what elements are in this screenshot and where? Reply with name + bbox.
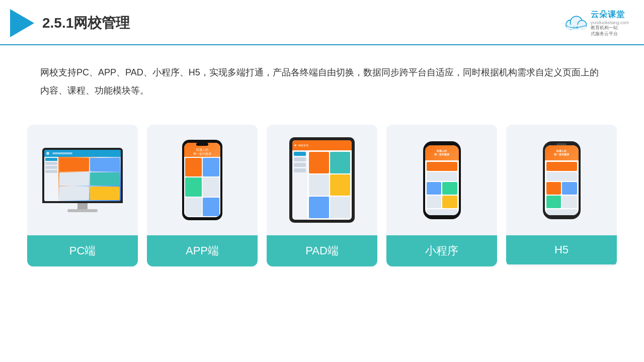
phone-cell-2 bbox=[203, 158, 219, 176]
tablet-cell bbox=[330, 197, 350, 218]
card-pad-label: PAD端 bbox=[267, 235, 377, 266]
tablet-sidebar-item bbox=[294, 152, 306, 156]
miniapp-body bbox=[425, 160, 459, 215]
h5-cell bbox=[562, 196, 577, 208]
card-app-label: APP端 bbox=[147, 235, 258, 266]
card-pad-image: 网校管理 bbox=[267, 125, 377, 235]
svg-text:云朵: 云朵 bbox=[573, 26, 579, 29]
phone-body bbox=[184, 157, 220, 217]
miniapp-cell bbox=[427, 182, 442, 195]
cloud-icon: 云朵 bbox=[564, 14, 588, 32]
card-h5-image: 职通人的第一堂判题课 bbox=[506, 125, 617, 235]
phone-cell-5 bbox=[185, 198, 202, 216]
page-title: 2.5.1网校管理 bbox=[42, 14, 130, 33]
h5-row bbox=[546, 209, 577, 215]
phone-cell-3 bbox=[185, 177, 202, 196]
app-mockup: 职通人的第一堂判题课 bbox=[182, 140, 222, 220]
card-pad: 网校管理 bbox=[267, 125, 377, 266]
card-miniapp-label: 小程序 bbox=[386, 235, 497, 266]
tablet-cell bbox=[330, 174, 350, 196]
h5-row bbox=[546, 172, 577, 181]
header: 2.5.1网校管理 云朵 云朵课堂 yunduoketang.com 教育机构一… bbox=[0, 0, 644, 45]
miniapp-cell bbox=[427, 196, 442, 208]
tablet-content bbox=[307, 150, 352, 220]
card-pc-label: PC端 bbox=[27, 235, 138, 266]
card-h5: 职通人的第一堂判题课 H5 bbox=[506, 125, 617, 266]
phone-screen: 职通人的第一堂判题课 bbox=[184, 143, 220, 217]
description-text: 网校支持PC、APP、PAD、小程序、H5，实现多端打通，产品各终端自由切换，数… bbox=[40, 63, 604, 100]
miniapp-row bbox=[427, 162, 457, 171]
tablet-sidebar-item bbox=[294, 157, 306, 161]
h5-header: 职通人的第一堂判题课 bbox=[545, 145, 579, 160]
card-miniapp: 职通人的第一堂判题课 小程序 bbox=[386, 125, 497, 266]
tablet-sidebar bbox=[292, 150, 307, 220]
miniapp-cell bbox=[442, 196, 457, 208]
h5-grid bbox=[546, 182, 577, 208]
logo-triangle-icon bbox=[10, 9, 34, 37]
description: 网校支持PC、APP、PAD、小程序、H5，实现多端打通，产品各终端自由切换，数… bbox=[0, 45, 644, 110]
h5-body bbox=[545, 160, 579, 215]
miniapp-grid bbox=[427, 182, 457, 208]
phone-notch bbox=[196, 143, 208, 146]
pc-screen bbox=[42, 148, 123, 203]
phone-cell-4 bbox=[203, 177, 219, 196]
card-h5-label: H5 bbox=[506, 235, 617, 264]
card-miniapp-image: 职通人的第一堂判题课 bbox=[386, 125, 497, 235]
miniapp-screen: 职通人的第一堂判题课 bbox=[425, 145, 459, 215]
card-pc-image bbox=[27, 125, 138, 235]
miniapp-mockup: 职通人的第一堂判题课 bbox=[423, 141, 461, 219]
header-left: 2.5.1网校管理 bbox=[10, 9, 130, 37]
brand-name: 云朵课堂 bbox=[591, 10, 625, 20]
h5-screen: 职通人的第一堂判题课 bbox=[545, 145, 579, 215]
tablet-cell bbox=[330, 152, 350, 173]
phone-cell-1 bbox=[185, 158, 202, 176]
tablet-body bbox=[292, 150, 352, 220]
cards-container: PC端 职通人的第一堂判题课 bbox=[0, 115, 644, 277]
h5-mockup: 职通人的第一堂判题课 bbox=[543, 141, 581, 219]
h5-cell bbox=[546, 196, 561, 208]
tablet-cell bbox=[309, 174, 329, 196]
miniapp-row bbox=[427, 209, 457, 215]
card-pc: PC端 bbox=[27, 125, 138, 266]
miniapp-header: 职通人的第一堂判题课 bbox=[425, 145, 459, 160]
tablet-cell bbox=[309, 152, 329, 173]
tablet-sidebar-item bbox=[294, 163, 306, 167]
h5-cell bbox=[562, 182, 577, 195]
brand-url: yunduoketang.com bbox=[591, 20, 629, 25]
brand-text: 云朵课堂 yunduoketang.com 教育机构一站式服务云平台 bbox=[591, 10, 629, 37]
brand-logo: 云朵 云朵课堂 yunduoketang.com 教育机构一站式服务云平台 bbox=[564, 10, 629, 37]
h5-cell bbox=[546, 182, 561, 195]
tablet-sidebar-item bbox=[294, 168, 306, 172]
phone-cell-6 bbox=[203, 198, 219, 216]
pad-mockup: 网校管理 bbox=[289, 137, 355, 223]
h5-row bbox=[546, 162, 577, 171]
brand-tagline: 教育机构一站式服务云平台 bbox=[591, 25, 618, 37]
miniapp-cell bbox=[442, 182, 457, 195]
card-app: 职通人的第一堂判题课 APP端 bbox=[147, 125, 258, 266]
card-app-image: 职通人的第一堂判题课 bbox=[147, 125, 258, 235]
miniapp-row bbox=[427, 172, 457, 181]
pc-mockup bbox=[42, 148, 123, 212]
tablet-screen: 网校管理 bbox=[292, 140, 352, 220]
tablet-header: 网校管理 bbox=[292, 140, 352, 150]
tablet-cell bbox=[309, 197, 329, 218]
